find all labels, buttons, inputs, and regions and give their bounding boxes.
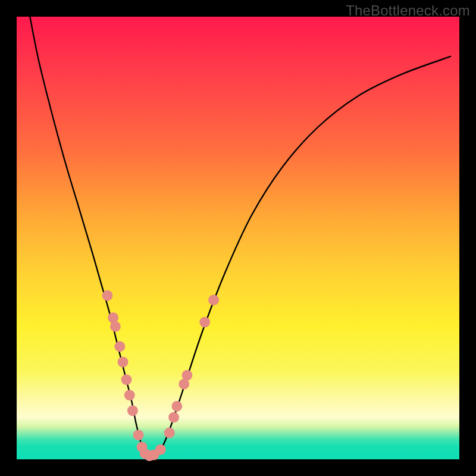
data-marker <box>102 290 113 301</box>
data-markers <box>102 290 219 461</box>
bottleneck-curve <box>30 17 450 456</box>
data-marker <box>182 370 193 381</box>
data-marker <box>168 412 179 422</box>
data-marker <box>199 317 210 327</box>
data-marker <box>155 444 166 455</box>
plot-area <box>17 17 459 459</box>
data-marker <box>110 321 121 332</box>
data-marker <box>133 430 144 440</box>
data-marker <box>127 405 138 416</box>
data-marker <box>108 312 118 323</box>
data-marker <box>118 356 129 367</box>
data-marker <box>171 401 182 412</box>
watermark-text: TheBottleneck.com <box>346 2 470 19</box>
chart-svg <box>17 17 459 459</box>
data-marker <box>208 295 219 305</box>
data-marker <box>121 374 132 385</box>
data-marker <box>114 341 125 352</box>
data-marker <box>164 427 175 438</box>
data-marker <box>124 390 135 400</box>
chart-frame: TheBottleneck.com <box>0 0 476 476</box>
